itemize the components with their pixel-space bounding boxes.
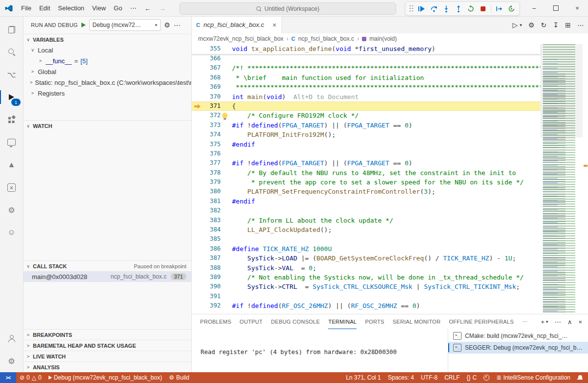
intellisense-status[interactable]: ≣ IntelliSense Configuration [493, 372, 574, 383]
run-to-cursor-button[interactable] [493, 3, 505, 14]
close-tab-icon[interactable]: × [273, 21, 277, 29]
variables-local-row[interactable]: ∨ Local [23, 45, 191, 55]
line-number[interactable]: 379 [191, 178, 231, 187]
code-line[interactable]: 383 /* Inform LL about the clock update … [191, 216, 540, 225]
line-number[interactable]: 392 [191, 301, 231, 310]
code-line[interactable]: 377#if !defined(FPGA_TARGET) || (FPGA_TA… [191, 158, 540, 168]
tab-ports[interactable]: PORTS [365, 314, 384, 329]
code-line[interactable]: 380 PLATFORM_SetFrequencyConstraintFromC… [191, 187, 540, 196]
close-panel-icon[interactable]: × [578, 318, 582, 326]
code-line[interactable]: 366 [191, 54, 540, 63]
breadcrumb-symbol[interactable]: main(void) [369, 35, 397, 42]
line-number[interactable]: 381 [191, 197, 231, 206]
reset-device-button[interactable] [506, 3, 517, 14]
command-center-search[interactable]: Untitled (Workspace) [179, 2, 396, 15]
heap-stack-section-header[interactable]: > BAREMETAL HEAP AND STACK USAGE [23, 340, 191, 351]
menu-go[interactable]: Go [110, 3, 126, 13]
start-debug-icon[interactable] [81, 23, 86, 27]
step-out-button[interactable] [453, 3, 464, 14]
menu-edit[interactable]: Edit [35, 3, 54, 13]
tab-debug-console[interactable]: DEBUG CONSOLE [271, 314, 320, 329]
live-watch-section-header[interactable]: > LIVE WATCH [23, 351, 191, 362]
sidebar-item-search[interactable] [0, 41, 23, 63]
line-number[interactable]: 374 [191, 130, 231, 139]
call-stack-frame-row[interactable]: main@0x0003d028 ncp_fsci_black_box.c 371 [23, 271, 191, 282]
sidebar-item-peripherals[interactable]: ⚙ [0, 199, 23, 221]
code-line[interactable]: 367/*! *********************************… [191, 63, 540, 73]
line-number[interactable]: 391 [191, 292, 231, 301]
maximize-panel-icon[interactable]: ∧ [567, 318, 572, 326]
code-line[interactable]: 382 [191, 206, 540, 215]
line-number[interactable]: 369 [191, 82, 231, 92]
code-line[interactable]: 378 /* By default the NBU runs to 48MHz,… [191, 168, 540, 178]
code-line[interactable]: 385 [191, 234, 540, 244]
sidebar-item-extensions[interactable] [0, 108, 23, 131]
encoding-status[interactable]: UTF-8 [417, 372, 441, 383]
launch-config-dropdown[interactable]: Debug (mcxw72… ▾ [89, 19, 161, 31]
editor-settings-gear-icon[interactable]: ⚙ [528, 21, 535, 29]
line-number[interactable]: 387 [191, 254, 231, 263]
code-line[interactable]: 376 [191, 149, 540, 158]
code-line[interactable]: 381#endif [191, 197, 540, 206]
code-line[interactable]: 368 * \brief main function used for init… [191, 73, 540, 82]
code-line[interactable]: 386#define TICK_RATE_HZ 1000U [191, 244, 540, 254]
line-number[interactable]: 376 [191, 149, 231, 158]
minimize-button[interactable]: – [523, 0, 545, 16]
panel-tabs-overflow-icon[interactable]: ⋯ [522, 314, 528, 329]
back-icon[interactable]: ← [140, 3, 155, 13]
code-line[interactable]: 373#if !defined(FPGA_TARGET) || (FPGA_TA… [191, 121, 540, 130]
new-terminal-icon[interactable]: + [541, 318, 545, 326]
tab-serial-monitor[interactable]: SERIAL MONITOR [393, 314, 441, 329]
sidebar-item-remote-explorer[interactable] [0, 131, 23, 153]
code-line[interactable]: 384 LL_API_ClockUpdated(); [191, 225, 540, 234]
menu-file[interactable]: File [17, 3, 35, 13]
line-number[interactable]: 382 [191, 206, 231, 215]
variables-global-row[interactable]: > Global [23, 66, 191, 77]
line-number[interactable]: 383 [191, 216, 231, 225]
problems-status[interactable]: ⊘ 0 △ 0 [16, 372, 45, 383]
accounts-button[interactable] [0, 327, 23, 350]
code-line[interactable]: 369 ************************************… [191, 82, 540, 92]
editor-more-actions-icon[interactable]: ⋯ [577, 21, 584, 29]
code-line[interactable]: 374 PLATFORM_InitFro192M(); [191, 130, 540, 139]
step-into-button[interactable] [440, 3, 452, 14]
overview-ruler-scrollbar[interactable] [583, 44, 588, 314]
tab-terminal[interactable]: TERMINAL [328, 314, 357, 329]
line-number[interactable]: 384 [191, 225, 231, 234]
line-number[interactable]: 355 [191, 44, 231, 53]
code-line[interactable]: 390 SysTick->CTRL = SysTick_CTRL_CLKSOUR… [191, 282, 540, 291]
variables-static-row[interactable]: > Static: ncp_fsci_black_box.c (C:\work\… [23, 77, 191, 88]
sidebar-item-explorer[interactable] [0, 18, 23, 41]
code-line[interactable]: 391 [191, 292, 540, 301]
code-line[interactable]: 372 /* Configure FRO192M clock */ [191, 111, 540, 120]
tab-problems[interactable]: PROBLEMS [200, 314, 231, 329]
split-editor-icon[interactable]: ⊞ [565, 21, 571, 29]
step-over-button[interactable] [428, 3, 440, 14]
menu-overflow-icon[interactable]: ⋯ [126, 3, 140, 13]
line-number[interactable]: 385 [191, 234, 231, 244]
line-number[interactable]: 389 [191, 273, 231, 282]
tab-ncp-fsci-black-box[interactable]: C ncp_fsci_black_box.c × [191, 16, 282, 33]
sidebar-more-actions-icon[interactable]: ⋯ [174, 21, 180, 29]
code-line[interactable]: 389 /* Not enabling the Systicks now, wi… [191, 273, 540, 282]
code-line[interactable]: 375#endif [191, 140, 540, 149]
minimap[interactable] [540, 44, 583, 314]
line-number[interactable]: 386 [191, 244, 231, 254]
line-number[interactable]: 367 [191, 63, 231, 73]
menu-selection[interactable]: Selection [54, 3, 88, 13]
line-number[interactable]: 368 [191, 73, 231, 82]
line-number[interactable]: 373 [191, 121, 231, 130]
line-number[interactable]: 370 [191, 92, 231, 102]
maximize-button[interactable] [545, 0, 566, 16]
stop-button[interactable] [477, 3, 489, 14]
breadcrumb-project[interactable]: mcxw72evk_ncp_fsci_black_box [198, 35, 283, 42]
terminal-output[interactable]: Read register 'pc' (4 bytes) from hardwa… [191, 329, 457, 372]
notifications-status[interactable] [574, 372, 586, 383]
refresh-icon[interactable]: ↻ [541, 21, 547, 29]
debug-settings-gear-icon[interactable]: ⚙ [164, 21, 171, 29]
line-number[interactable]: 375 [191, 140, 231, 149]
run-debug-file-icon[interactable]: ▷ [512, 21, 518, 29]
analysis-section-header[interactable]: > ANALYSIS [23, 361, 191, 372]
line-number[interactable]: 380 [191, 187, 231, 196]
debug-target-status[interactable]: Debug (mcxw72evk_ncp_fsci_black_box) [45, 372, 166, 383]
